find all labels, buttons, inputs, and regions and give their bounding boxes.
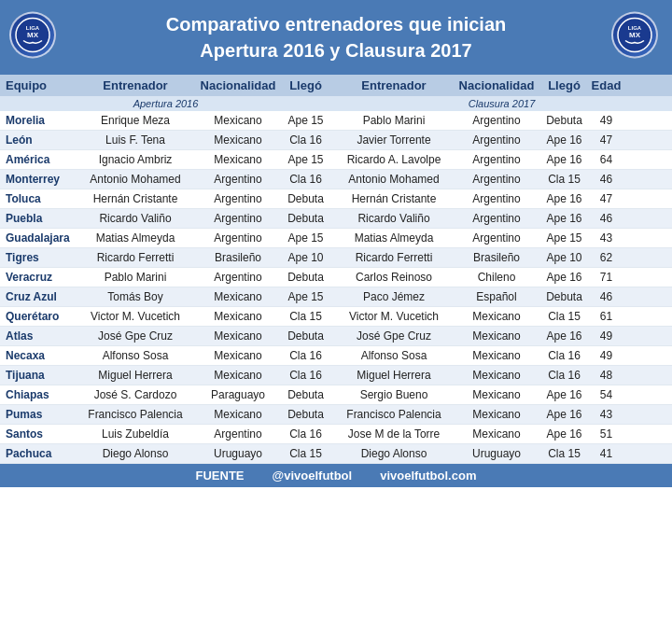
cell-nac1: Mexicano [196, 346, 280, 365]
cell-nac2: Argentino [455, 189, 539, 208]
cell-llego1: Debuta [280, 268, 331, 287]
cell-nac1: Uruguayo [196, 444, 280, 463]
cell-llego2: Debuta [539, 111, 590, 130]
cell-nac2: Mexicano [455, 307, 539, 326]
footer-fuente: FUENTE [196, 469, 245, 483]
cell-nac1: Argentino [196, 229, 280, 247]
cell-ent1: José S. Cardozo [75, 385, 196, 404]
cell-edad: 51 [590, 425, 623, 443]
cell-llego1: Ape 15 [280, 111, 331, 130]
cell-llego1: Ape 10 [280, 248, 331, 267]
cell-nac2: Mexicano [455, 385, 539, 404]
cell-nac1: Argentino [196, 170, 280, 189]
cell-llego1: Debuta [280, 405, 331, 424]
cell-ent1: Victor M. Vucetich [75, 307, 196, 326]
cell-ent1: Miguel Herrera [75, 366, 196, 385]
cell-equipo: Monterrey [0, 170, 75, 189]
cell-llego1: Debuta [280, 327, 331, 345]
sub-header-apertura: Apertura 2016 [0, 98, 331, 109]
table-row: Veracruz Pablo Marini Argentino Debuta C… [0, 268, 672, 287]
footer-website: vivoelfutbol.com [380, 469, 476, 483]
cell-edad: 49 [590, 327, 623, 345]
cell-equipo: Cruz Azul [0, 287, 75, 306]
cell-nac2: Argentino [455, 111, 539, 130]
cell-equipo: Querétaro [0, 307, 75, 326]
sub-header-clausura: Clausura 2017 [331, 98, 672, 109]
cell-equipo: Pachuca [0, 444, 75, 463]
table-row: León Luis F. Tena Mexicano Cla 16 Javier… [0, 131, 672, 150]
cell-ent2: Carlos Reinoso [333, 268, 455, 287]
cell-nac1: Mexicano [196, 111, 280, 130]
cell-edad: 49 [590, 346, 623, 365]
cell-edad: 47 [590, 131, 623, 149]
cell-equipo: Pumas [0, 405, 75, 424]
cell-nac2: Mexicano [455, 405, 539, 424]
cell-edad: 43 [590, 229, 623, 247]
cell-nac1: Mexicano [196, 327, 280, 345]
table-row: Santos Luis Zubeldía Argentino Cla 16 Jo… [0, 425, 672, 444]
cell-ent2: Antonio Mohamed [333, 170, 455, 189]
cell-llego1: Cla 15 [280, 444, 331, 463]
cell-nac2: Mexicano [455, 327, 539, 345]
table-row: Querétaro Victor M. Vucetich Mexicano Cl… [0, 307, 672, 327]
cell-llego2: Ape 16 [539, 150, 590, 169]
cell-llego2: Ape 16 [539, 385, 590, 404]
table-row: Tijuana Miguel Herrera Mexicano Cla 16 M… [0, 366, 672, 385]
cell-llego1: Debuta [280, 209, 331, 228]
cell-ent2: Ricardo A. Lavolpe [333, 150, 455, 169]
table-row: Tigres Ricardo Ferretti Brasileño Ape 10… [0, 248, 672, 268]
cell-nac2: Mexicano [455, 366, 539, 385]
cell-nac1: Paraguayo [196, 385, 280, 404]
cell-llego2: Ape 15 [539, 229, 590, 247]
table-row: América Ignacio Ambriz Mexicano Ape 15 R… [0, 150, 672, 170]
cell-nac1: Mexicano [196, 307, 280, 326]
cell-llego2: Ape 16 [539, 268, 590, 287]
cell-nac2: Mexicano [455, 425, 539, 443]
cell-ent2: Alfonso Sosa [333, 346, 455, 365]
cell-ent1: Francisco Palencia [75, 405, 196, 424]
cell-ent1: Hernán Cristante [75, 189, 196, 208]
cell-equipo: Toluca [0, 189, 75, 208]
table-row: Toluca Hernán Cristante Argentino Debuta… [0, 189, 672, 209]
col-header-llego2: Llegó [539, 78, 590, 92]
col-header-llego: Llegó [280, 78, 331, 92]
cell-equipo: Tigres [0, 248, 75, 267]
cell-edad: 61 [590, 307, 623, 326]
cell-nac1: Argentino [196, 209, 280, 228]
main-container: LIGA MX Comparativo entrenadores que ini… [0, 0, 672, 487]
cell-edad: 46 [590, 209, 623, 228]
cell-llego1: Cla 15 [280, 307, 331, 326]
logo-left: LIGA MX [9, 12, 61, 63]
cell-equipo: Necaxa [0, 346, 75, 365]
cell-equipo: Santos [0, 425, 75, 443]
cell-equipo: Atlas [0, 327, 75, 345]
cell-ent2: Francisco Palencia [333, 405, 455, 424]
sub-headers: Apertura 2016 Clausura 2017 [0, 96, 672, 111]
col-header-nac: Nacionalidad [196, 78, 280, 92]
cell-llego1: Cla 16 [280, 425, 331, 443]
cell-ent2: Victor M. Vucetich [333, 307, 455, 326]
cell-nac2: Argentino [455, 150, 539, 169]
cell-llego2: Cla 16 [539, 366, 590, 385]
table-row: Cruz Azul Tomás Boy Mexicano Ape 15 Paco… [0, 287, 672, 307]
table-body: Morelia Enrique Meza Mexicano Ape 15 Pab… [0, 111, 672, 464]
cell-nac1: Mexicano [196, 131, 280, 149]
cell-llego1: Ape 15 [280, 287, 331, 306]
cell-ent2: Paco Jémez [333, 287, 455, 306]
cell-llego2: Ape 16 [539, 189, 590, 208]
cell-ent2: Hernán Cristante [333, 189, 455, 208]
table-row: Chiapas José S. Cardozo Paraguayo Debuta… [0, 385, 672, 405]
cell-edad: 62 [590, 248, 623, 267]
header-title: Comparativo entrenadores que inician Ape… [65, 11, 607, 63]
cell-edad: 49 [590, 111, 623, 130]
cell-equipo: Puebla [0, 209, 75, 228]
table-row: Monterrey Antonio Mohamed Argentino Cla … [0, 170, 672, 189]
cell-edad: 41 [590, 444, 623, 463]
cell-equipo: Guadalajara [0, 229, 75, 247]
cell-nac2: Argentino [455, 229, 539, 247]
cell-ent2: Diego Alonso [333, 444, 455, 463]
cell-ent1: Matias Almeyda [75, 229, 196, 247]
cell-nac1: Argentino [196, 189, 280, 208]
header: LIGA MX Comparativo entrenadores que ini… [0, 0, 672, 75]
col-header-edad: Edad [590, 78, 623, 92]
